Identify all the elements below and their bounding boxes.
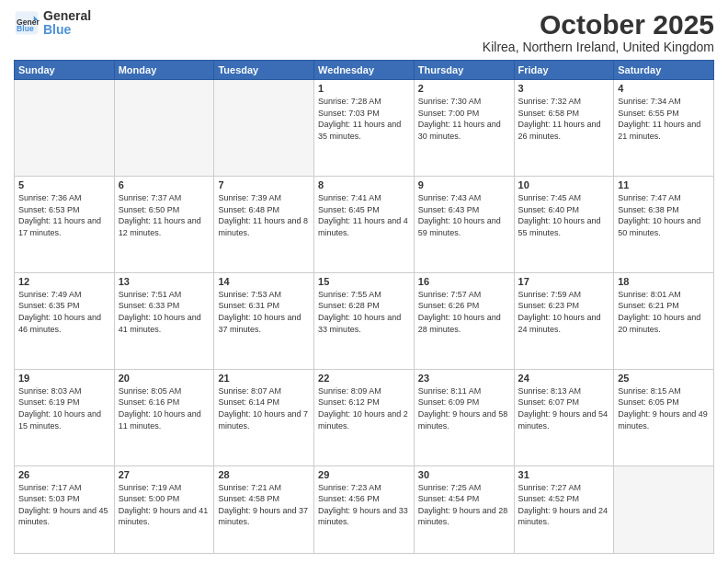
header-area: General Blue General Blue October 2025 K… [14,9,714,54]
calendar-cell: 14Sunrise: 7:53 AMSunset: 6:31 PMDayligh… [214,272,314,369]
day-info: Sunrise: 7:43 AMSunset: 6:43 PMDaylight:… [418,192,510,238]
day-info: Sunrise: 7:51 AMSunset: 6:33 PMDaylight:… [119,289,210,335]
logo: General Blue General Blue [14,9,91,38]
calendar-cell: 18Sunrise: 8:01 AMSunset: 6:21 PMDayligh… [614,272,714,369]
day-info: Sunrise: 7:47 AMSunset: 6:38 PMDaylight:… [618,192,710,238]
calendar-cell: 13Sunrise: 7:51 AMSunset: 6:33 PMDayligh… [114,272,214,369]
day-number: 29 [318,469,410,480]
weekday-header-thursday: Thursday [414,61,514,80]
calendar-cell: 27Sunrise: 7:19 AMSunset: 5:00 PMDayligh… [114,465,214,553]
calendar-cell: 3Sunrise: 7:32 AMSunset: 6:58 PMDaylight… [514,80,614,177]
day-number: 28 [218,469,310,480]
calendar-cell: 15Sunrise: 7:55 AMSunset: 6:28 PMDayligh… [314,272,415,369]
calendar-cell: 10Sunrise: 7:45 AMSunset: 6:40 PMDayligh… [514,176,614,272]
calendar-cell: 21Sunrise: 8:07 AMSunset: 6:14 PMDayligh… [214,369,314,465]
calendar-cell: 11Sunrise: 7:47 AMSunset: 6:38 PMDayligh… [614,176,714,272]
day-info: Sunrise: 7:49 AMSunset: 6:35 PMDaylight:… [18,289,110,335]
day-info: Sunrise: 8:01 AMSunset: 6:21 PMDaylight:… [618,289,710,335]
calendar-cell: 2Sunrise: 7:30 AMSunset: 7:00 PMDaylight… [414,80,514,177]
calendar-cell: 9Sunrise: 7:43 AMSunset: 6:43 PMDaylight… [414,176,514,272]
calendar-cell: 31Sunrise: 7:27 AMSunset: 4:52 PMDayligh… [514,465,614,553]
day-number: 7 [218,179,310,190]
day-number: 6 [119,179,210,190]
day-number: 16 [418,276,510,287]
calendar-week-4: 26Sunrise: 7:17 AMSunset: 5:03 PMDayligh… [15,465,714,553]
calendar-cell: 1Sunrise: 7:28 AMSunset: 7:03 PMDaylight… [314,80,415,177]
day-info: Sunrise: 7:57 AMSunset: 6:26 PMDaylight:… [418,289,510,335]
svg-text:Blue: Blue [17,25,34,34]
month-title: October 2025 [483,9,714,40]
day-info: Sunrise: 7:36 AMSunset: 6:53 PMDaylight:… [18,192,110,238]
day-number: 4 [618,83,710,94]
day-number: 19 [18,373,110,384]
day-number: 21 [218,373,310,384]
day-info: Sunrise: 7:25 AMSunset: 4:54 PMDaylight:… [418,482,510,528]
calendar-cell [614,465,714,553]
calendar-cell: 8Sunrise: 7:41 AMSunset: 6:45 PMDaylight… [314,176,415,272]
day-info: Sunrise: 7:32 AMSunset: 6:58 PMDaylight:… [518,96,610,142]
logo-icon: General Blue [14,10,40,36]
day-info: Sunrise: 7:23 AMSunset: 4:56 PMDaylight:… [318,482,410,528]
calendar-cell: 12Sunrise: 7:49 AMSunset: 6:35 PMDayligh… [15,272,115,369]
weekday-row: SundayMondayTuesdayWednesdayThursdayFrid… [15,61,714,80]
weekday-header-sunday: Sunday [15,61,115,80]
day-info: Sunrise: 8:15 AMSunset: 6:05 PMDaylight:… [618,385,710,431]
calendar-cell [114,80,214,177]
day-info: Sunrise: 8:03 AMSunset: 6:19 PMDaylight:… [18,385,110,431]
calendar-header: SundayMondayTuesdayWednesdayThursdayFrid… [15,61,714,80]
day-info: Sunrise: 7:19 AMSunset: 5:00 PMDaylight:… [119,482,210,528]
calendar-cell: 24Sunrise: 8:13 AMSunset: 6:07 PMDayligh… [514,369,614,465]
location-title: Kilrea, Northern Ireland, United Kingdom [483,40,714,54]
day-number: 14 [218,276,310,287]
weekday-header-saturday: Saturday [614,61,714,80]
day-number: 18 [618,276,710,287]
day-info: Sunrise: 7:53 AMSunset: 6:31 PMDaylight:… [218,289,310,335]
day-number: 2 [418,83,510,94]
calendar-cell: 20Sunrise: 8:05 AMSunset: 6:16 PMDayligh… [114,369,214,465]
day-info: Sunrise: 7:55 AMSunset: 6:28 PMDaylight:… [318,289,410,335]
day-number: 23 [418,373,510,384]
calendar-cell: 17Sunrise: 7:59 AMSunset: 6:23 PMDayligh… [514,272,614,369]
calendar-cell: 5Sunrise: 7:36 AMSunset: 6:53 PMDaylight… [15,176,115,272]
page: General Blue General Blue October 2025 K… [0,0,728,563]
calendar-cell: 23Sunrise: 8:11 AMSunset: 6:09 PMDayligh… [414,369,514,465]
weekday-header-friday: Friday [514,61,614,80]
day-number: 20 [119,373,210,384]
weekday-header-tuesday: Tuesday [214,61,314,80]
logo-general: General [43,9,91,23]
day-info: Sunrise: 8:09 AMSunset: 6:12 PMDaylight:… [318,385,410,431]
day-number: 30 [418,469,510,480]
day-info: Sunrise: 7:59 AMSunset: 6:23 PMDaylight:… [518,289,610,335]
day-number: 11 [618,179,710,190]
calendar-cell: 29Sunrise: 7:23 AMSunset: 4:56 PMDayligh… [314,465,415,553]
day-info: Sunrise: 7:27 AMSunset: 4:52 PMDaylight:… [518,482,610,528]
day-number: 26 [18,469,110,480]
calendar-cell [214,80,314,177]
day-number: 12 [18,276,110,287]
day-info: Sunrise: 7:34 AMSunset: 6:55 PMDaylight:… [618,96,710,142]
day-number: 5 [18,179,110,190]
day-number: 8 [318,179,410,190]
calendar: SundayMondayTuesdayWednesdayThursdayFrid… [14,60,714,554]
day-number: 17 [518,276,610,287]
day-number: 3 [518,83,610,94]
day-info: Sunrise: 8:07 AMSunset: 6:14 PMDaylight:… [218,385,310,431]
calendar-cell: 26Sunrise: 7:17 AMSunset: 5:03 PMDayligh… [15,465,115,553]
day-info: Sunrise: 7:17 AMSunset: 5:03 PMDaylight:… [18,482,110,528]
calendar-cell: 30Sunrise: 7:25 AMSunset: 4:54 PMDayligh… [414,465,514,553]
day-info: Sunrise: 7:30 AMSunset: 7:00 PMDaylight:… [418,96,510,142]
day-info: Sunrise: 7:41 AMSunset: 6:45 PMDaylight:… [318,192,410,238]
calendar-cell: 7Sunrise: 7:39 AMSunset: 6:48 PMDaylight… [214,176,314,272]
calendar-week-3: 19Sunrise: 8:03 AMSunset: 6:19 PMDayligh… [15,369,714,465]
day-number: 10 [518,179,610,190]
day-number: 25 [618,373,710,384]
calendar-cell: 19Sunrise: 8:03 AMSunset: 6:19 PMDayligh… [15,369,115,465]
day-number: 31 [518,469,610,480]
day-number: 1 [318,83,410,94]
calendar-cell: 4Sunrise: 7:34 AMSunset: 6:55 PMDaylight… [614,80,714,177]
day-info: Sunrise: 7:37 AMSunset: 6:50 PMDaylight:… [119,192,210,238]
calendar-week-2: 12Sunrise: 7:49 AMSunset: 6:35 PMDayligh… [15,272,714,369]
day-info: Sunrise: 8:13 AMSunset: 6:07 PMDaylight:… [518,385,610,431]
calendar-body: 1Sunrise: 7:28 AMSunset: 7:03 PMDaylight… [15,80,714,554]
calendar-cell: 22Sunrise: 8:09 AMSunset: 6:12 PMDayligh… [314,369,415,465]
